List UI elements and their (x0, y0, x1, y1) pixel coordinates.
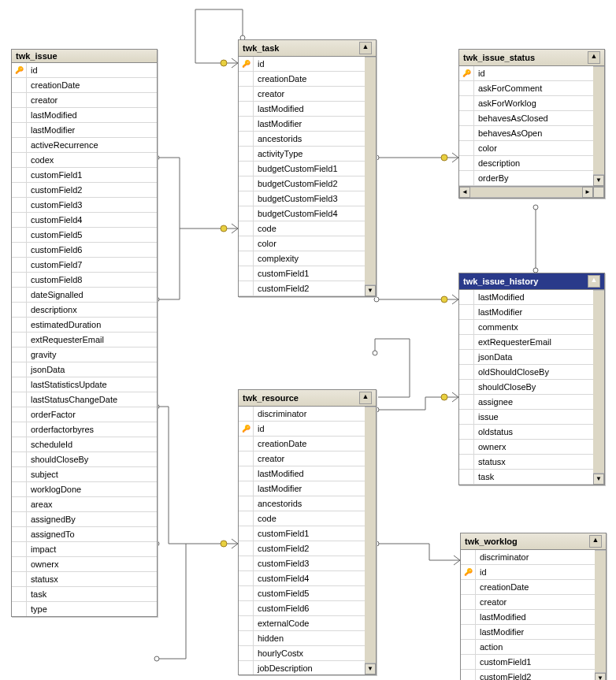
vertical-scrollbar[interactable]: ▼ (593, 290, 604, 485)
column-row[interactable]: hourlyCostx (239, 646, 376, 661)
column-row[interactable]: ownerx (12, 557, 157, 572)
column-row[interactable]: orderFactor (12, 407, 157, 422)
column-row[interactable]: customField7 (12, 258, 157, 273)
column-row[interactable]: orderBy (459, 171, 604, 186)
column-row[interactable]: estimatedDuration (12, 318, 157, 333)
table-title[interactable]: twk_issue (12, 50, 157, 63)
column-row[interactable]: description (459, 156, 604, 171)
column-row[interactable]: customField1 (239, 266, 376, 281)
vertical-scrollbar[interactable]: ▼ (593, 66, 604, 186)
column-row[interactable]: creationDate (239, 72, 376, 87)
column-row[interactable]: code (239, 511, 376, 526)
column-row[interactable]: lastModified (461, 610, 606, 625)
column-row[interactable]: subject (12, 467, 157, 482)
scroll-down-icon[interactable]: ▼ (365, 285, 376, 296)
column-row[interactable]: behavesAsOpen (459, 126, 604, 141)
column-row[interactable]: gravity (12, 347, 157, 362)
column-row[interactable]: jsonData (12, 362, 157, 377)
column-row[interactable]: customField1 (239, 526, 376, 541)
scroll-up-icon[interactable]: ▲ (588, 275, 600, 288)
scroll-up-icon[interactable]: ▲ (359, 42, 372, 54)
column-row[interactable]: hidden (239, 631, 376, 646)
scroll-down-icon[interactable]: ▼ (593, 474, 604, 485)
column-row[interactable]: customField5 (239, 586, 376, 601)
column-row[interactable]: color (239, 236, 376, 251)
scroll-down-icon[interactable]: ▼ (595, 673, 606, 680)
column-row[interactable]: oldShouldCloseBy (459, 365, 604, 380)
column-row[interactable]: lastModified (239, 102, 376, 117)
column-row[interactable]: id (459, 66, 604, 81)
column-row[interactable]: customField2 (12, 183, 157, 198)
column-row[interactable]: lastModifier (461, 625, 606, 640)
scroll-down-icon[interactable]: ▼ (365, 663, 376, 674)
column-row[interactable]: ancestorids (239, 132, 376, 147)
column-row[interactable]: task (12, 587, 157, 602)
scroll-up-icon[interactable]: ▲ (589, 535, 602, 548)
column-row[interactable]: discriminator (461, 550, 606, 565)
vertical-scrollbar[interactable]: ▼ (365, 407, 376, 674)
column-row[interactable]: complexity (239, 251, 376, 266)
column-row[interactable]: areax (12, 497, 157, 512)
column-row[interactable]: customField2 (239, 541, 376, 556)
column-row[interactable]: lastStatisticsUpdate (12, 377, 157, 392)
column-row[interactable]: extRequesterEmail (459, 335, 604, 350)
column-row[interactable]: customField4 (12, 213, 157, 228)
column-row[interactable]: lastModified (239, 466, 376, 481)
column-row[interactable]: code (239, 221, 376, 236)
table-title[interactable]: twk_task▲ (239, 40, 376, 57)
column-row[interactable]: customField4 (239, 571, 376, 586)
scroll-right-icon[interactable]: ► (582, 187, 593, 198)
table-title[interactable]: twk_worklog▲ (461, 533, 606, 550)
column-row[interactable]: budgetCustomField4 (239, 206, 376, 221)
table-title[interactable]: twk_resource▲ (239, 390, 376, 407)
column-row[interactable]: customField1 (461, 655, 606, 670)
column-row[interactable]: creationDate (12, 78, 157, 93)
column-row[interactable]: lastModified (12, 108, 157, 123)
column-row[interactable]: lastModifier (459, 305, 604, 320)
column-row[interactable]: customField6 (239, 601, 376, 616)
column-row[interactable]: type (12, 602, 157, 616)
column-row[interactable]: oldstatus (459, 425, 604, 440)
scroll-up-icon[interactable]: ▲ (588, 51, 600, 64)
column-row[interactable]: lastModifier (239, 117, 376, 132)
column-row[interactable]: activeRecurrence (12, 138, 157, 153)
column-row[interactable]: creator (239, 87, 376, 102)
column-row[interactable]: statusx (459, 455, 604, 470)
horizontal-scrollbar[interactable]: ◄► (459, 186, 604, 198)
column-row[interactable]: creationDate (461, 580, 606, 595)
column-row[interactable]: externalCode (239, 616, 376, 631)
column-row[interactable]: customField1 (12, 168, 157, 183)
column-row[interactable]: budgetCustomField1 (239, 162, 376, 177)
column-row[interactable]: task (459, 470, 604, 485)
column-row[interactable]: customField6 (12, 243, 157, 258)
column-row[interactable]: dateSignalled (12, 288, 157, 303)
column-row[interactable]: customField8 (12, 273, 157, 288)
column-row[interactable]: assignee (459, 395, 604, 410)
vertical-scrollbar[interactable]: ▼ (365, 57, 376, 296)
column-row[interactable]: behavesAsClosed (459, 111, 604, 126)
column-row[interactable]: creator (461, 595, 606, 610)
column-row[interactable]: shouldCloseBy (459, 380, 604, 395)
column-row[interactable]: customField3 (12, 198, 157, 213)
column-row[interactable]: discriminator (239, 407, 376, 422)
scroll-down-icon[interactable]: ▼ (593, 175, 604, 186)
scroll-left-icon[interactable]: ◄ (459, 187, 470, 198)
column-row[interactable]: scheduleId (12, 437, 157, 452)
column-row[interactable]: worklogDone (12, 482, 157, 497)
table-title[interactable]: twk_issue_status▲ (459, 50, 604, 66)
column-row[interactable]: action (461, 640, 606, 655)
column-row[interactable]: extRequesterEmail (12, 333, 157, 347)
column-row[interactable]: ownerx (459, 440, 604, 455)
column-row[interactable]: budgetCustomField2 (239, 177, 376, 191)
column-row[interactable]: customField3 (239, 556, 376, 571)
column-row[interactable]: descriptionx (12, 303, 157, 318)
vertical-scrollbar[interactable]: ▼ (595, 550, 606, 680)
column-row[interactable]: creationDate (239, 437, 376, 451)
column-row[interactable]: impact (12, 542, 157, 557)
column-row[interactable]: codex (12, 153, 157, 168)
column-row[interactable]: lastModifier (12, 123, 157, 138)
column-row[interactable]: lastModified (459, 290, 604, 305)
column-row[interactable]: budgetCustomField3 (239, 191, 376, 206)
table-twk_issue_history[interactable]: twk_issue_history▲lastModifiedlastModifi… (458, 273, 605, 485)
table-title[interactable]: twk_issue_history▲ (459, 273, 604, 290)
